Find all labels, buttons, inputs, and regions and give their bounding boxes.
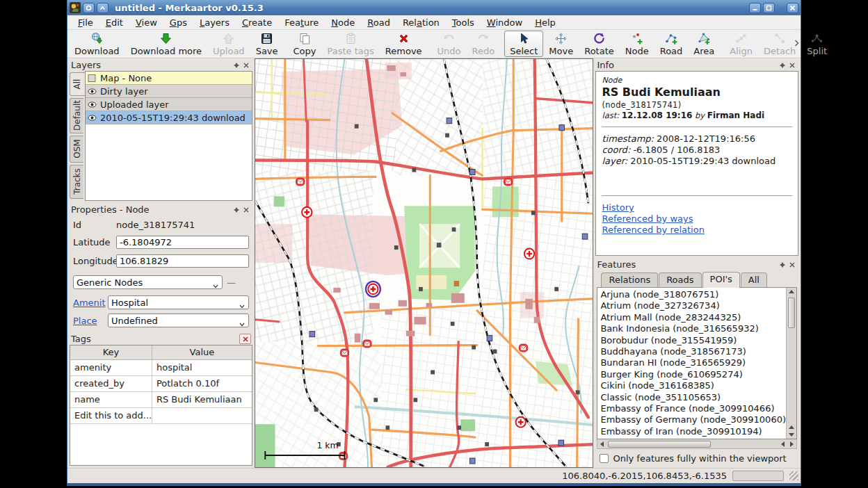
list-item[interactable]: Embassy of Iran (node_309910194) — [600, 426, 786, 437]
menu-help[interactable]: Help — [529, 16, 562, 29]
list-item[interactable]: Atrium Mall (node_283244325) — [600, 312, 786, 323]
tag-value-cell[interactable]: Potlatch 0.10f — [152, 375, 252, 391]
tab-all[interactable]: All — [741, 273, 767, 287]
maximize-button[interactable] — [763, 3, 775, 13]
scroll-down-icon[interactable] — [787, 431, 796, 439]
amenity-link[interactable]: Amenit — [73, 298, 108, 308]
list-item[interactable]: Burger King (node_610695274) — [600, 369, 786, 380]
tag-value-cell[interactable]: RS Budi Kemuliaan — [152, 391, 252, 407]
preset-remove-dash[interactable]: — — [227, 277, 236, 288]
resize-grip[interactable] — [789, 471, 798, 480]
menu-layers[interactable]: Layers — [193, 16, 236, 29]
select-button[interactable]: Select — [504, 31, 543, 57]
scrollbar-thumb[interactable] — [788, 298, 795, 328]
list-item[interactable]: Bank Indonesia (node_316565932) — [600, 323, 786, 334]
layer-checkbox-icon[interactable] — [88, 74, 97, 82]
layer-row-dirty-layer[interactable]: Dirty layer — [86, 85, 252, 98]
table-row[interactable]: amenityhospital — [70, 359, 252, 375]
tags-close-icon[interactable] — [239, 334, 251, 344]
move-button[interactable]: Move — [543, 31, 579, 57]
latitude-field[interactable]: -6.1804972 — [116, 236, 249, 249]
tab-poi-s[interactable]: POI's — [702, 272, 740, 288]
viewport-filter-checkbox[interactable] — [600, 454, 609, 463]
layer-row-2010-05-15t19-29-43-download[interactable]: 2010-05-15T19:29:43 download — [86, 111, 252, 124]
area-button[interactable]: Area — [688, 31, 720, 57]
features-close-icon[interactable] — [787, 260, 797, 269]
layers-tab-osm[interactable]: OSM — [70, 136, 83, 163]
save-button[interactable]: Save — [250, 31, 284, 57]
download-button[interactable]: Download — [69, 31, 125, 57]
map-view[interactable]: 1 km — [255, 58, 593, 468]
layers-tab-all[interactable]: All — [70, 72, 85, 96]
remove-button[interactable]: Remove — [380, 31, 428, 57]
table-row[interactable]: created_byPotlatch 0.10f — [70, 375, 252, 391]
features-horizontal-scrollbar[interactable] — [597, 439, 797, 449]
copy-button[interactable]: Copy — [288, 31, 322, 57]
menu-gps[interactable]: Gps — [163, 16, 193, 29]
tab-roads[interactable]: Roads — [659, 273, 701, 287]
layers-tab-tracks[interactable]: Tracks — [70, 165, 83, 199]
scrollbar-thumb[interactable] — [608, 441, 711, 448]
place-link[interactable]: Place — [73, 316, 108, 326]
info-close-icon[interactable] — [787, 60, 797, 70]
layer-row-map-none[interactable]: Map - None — [86, 72, 252, 85]
list-item[interactable]: Atrium (node_327326734) — [600, 300, 786, 311]
menu-file[interactable]: File — [72, 16, 99, 29]
menu-create[interactable]: Create — [236, 16, 278, 29]
scroll-left-icon[interactable] — [778, 441, 787, 447]
layer-row-uploaded-layer[interactable]: Uploaded layer — [86, 98, 252, 111]
eye-icon[interactable] — [88, 88, 97, 95]
menu-node[interactable]: Node — [325, 16, 361, 29]
list-item[interactable]: Embassy of France (node_309910466) — [600, 403, 786, 414]
road-button[interactable]: Road — [654, 31, 689, 57]
tag-value-cell[interactable]: hospital — [152, 359, 252, 375]
list-item[interactable]: Classic (node_351105653) — [600, 392, 786, 403]
info-link-referenced-by-relation[interactable]: Referenced by relation — [602, 225, 792, 235]
list-item[interactable]: Borobudur (node_315541959) — [600, 335, 786, 346]
menu-feature[interactable]: Feature — [278, 16, 325, 29]
rotate-button[interactable]: Rotate — [579, 31, 620, 57]
shade-button[interactable] — [97, 3, 108, 13]
download-more-button[interactable]: Download more — [125, 31, 207, 57]
list-item[interactable]: Embassy of Germany (node_309910060) — [600, 414, 786, 425]
window-menu-button[interactable] — [83, 3, 95, 13]
tag-key-cell[interactable]: Edit this to add... — [70, 407, 152, 423]
info-link-referenced-by-ways[interactable]: Referenced by ways — [602, 213, 792, 224]
layers-close-icon[interactable] — [241, 60, 251, 70]
menu-window[interactable]: Window — [481, 16, 529, 29]
scroll-up-icon[interactable] — [787, 423, 796, 431]
menu-tools[interactable]: Tools — [446, 16, 481, 29]
amenity-combobox[interactable]: Hospital — [108, 295, 249, 309]
eye-icon[interactable] — [88, 101, 97, 108]
list-item[interactable]: Cikini (node_316168385) — [600, 380, 786, 391]
place-combobox[interactable]: Undefined — [108, 314, 249, 327]
longitude-field[interactable]: 106.81829 — [116, 254, 249, 268]
tab-relations[interactable]: Relations — [601, 273, 658, 287]
list-item[interactable]: Bundaran HI (node_316565929) — [600, 357, 786, 368]
toolbar-overflow-icon[interactable] — [794, 40, 799, 49]
features-float-icon[interactable] — [778, 260, 787, 269]
menu-edit[interactable]: Edit — [99, 16, 129, 29]
tag-key-cell[interactable]: amenity — [70, 359, 152, 375]
eye-icon[interactable] — [88, 114, 97, 122]
tag-value-cell[interactable] — [152, 407, 252, 423]
list-item[interactable]: Arjuna (node_318076751) — [600, 289, 786, 300]
table-row[interactable]: nameRS Budi Kemuliaan — [70, 391, 252, 407]
minimize-button[interactable] — [749, 3, 761, 13]
properties-close-icon[interactable] — [241, 205, 251, 214]
node-button[interactable]: Node — [620, 31, 654, 57]
menu-road[interactable]: Road — [361, 16, 396, 29]
layers-tab-default[interactable]: Default — [70, 98, 83, 133]
scroll-left-icon[interactable] — [597, 441, 606, 447]
features-vertical-scrollbar[interactable] — [786, 288, 796, 439]
close-button[interactable] — [787, 3, 798, 13]
menu-relation[interactable]: Relation — [396, 16, 446, 29]
table-row[interactable]: Edit this to add... — [70, 407, 252, 423]
scroll-up-icon[interactable] — [787, 288, 796, 295]
scroll-right-icon[interactable] — [787, 441, 796, 447]
properties-float-icon[interactable] — [232, 205, 241, 214]
tag-key-cell[interactable]: name — [70, 391, 152, 407]
list-item[interactable]: Buddhayana (node_318567173) — [600, 346, 786, 357]
preset-combobox[interactable]: Generic Nodes — [73, 275, 223, 289]
menu-view[interactable]: View — [129, 16, 163, 29]
